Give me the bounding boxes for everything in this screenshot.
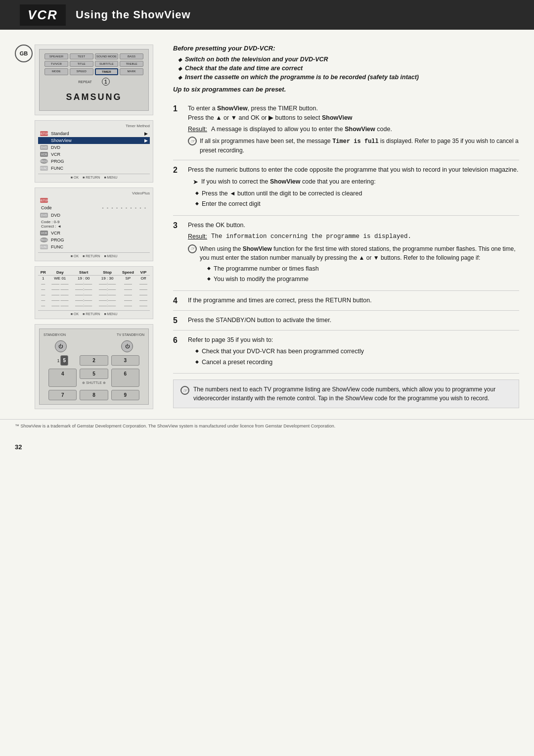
menu2-func-icon: FUNC xyxy=(40,244,48,249)
step-3-subbullets: The programme number or times flash You … xyxy=(200,264,519,284)
step-2-arrow: ➤ If you wish to correct the ShowView co… xyxy=(193,177,519,187)
timer-row-3: — —— —— ——:—— ——:—— —— —— xyxy=(38,286,150,292)
showview-spacer xyxy=(40,138,48,143)
step-5-content: Press the STANDBY/ON button to activate … xyxy=(188,316,519,325)
step-2-subbullets: Press the ◄ button until the digit to be… xyxy=(188,189,519,209)
bottom-footnote: ™ ShowView is a trademark of Gemstar Dev… xyxy=(0,419,534,428)
standby-right: TV STANDBY/ON xyxy=(117,333,144,336)
num-15-area: 1 5 xyxy=(48,355,77,366)
timer-col-pr: PR xyxy=(38,270,48,276)
num-btn-6[interactable]: 6 xyxy=(111,369,139,387)
before-presetting-label: Before presetting your DVD-VCR: xyxy=(173,45,519,52)
vcr-icon: VCR xyxy=(40,152,48,157)
step-3-note: ☞ When using the ShowView function for t… xyxy=(188,244,519,286)
header-bar: VCR Using the ShowView xyxy=(0,0,534,30)
menu2-row-setup: SETUP xyxy=(38,197,150,204)
num-grid: 1 5 2 3 4 5 ⊕ SHUTTLE ⊕ 6 7 8 9 xyxy=(44,355,144,400)
prereq-item-1: Switch on both the television and your D… xyxy=(178,56,519,63)
num-btn-4[interactable]: 4 xyxy=(48,369,77,387)
menu1-row-dvd: DVD DVD xyxy=(38,144,150,151)
dvd-icon: DVD xyxy=(40,145,48,150)
menu2-row-dvd: DVD DVD xyxy=(38,212,150,219)
func-icon: FUNC xyxy=(40,166,48,171)
menu2-setup-icon: SETUP xyxy=(40,198,48,203)
num-btn-2[interactable]: 2 xyxy=(80,355,108,366)
prog-icon: PROG xyxy=(40,159,48,164)
step-1-note: ☞ If all six programmes have been set, t… xyxy=(188,137,519,155)
timer-menu: ■ MENU xyxy=(104,312,117,316)
step-3-result: Result: The information concerning the p… xyxy=(188,232,519,241)
code-dashes: - - - - - - - - - - xyxy=(102,205,147,210)
timer-row-2: — —— —— ——:—— ——:—— —— —— xyxy=(38,281,150,286)
vcr-label: VCR xyxy=(20,4,66,26)
num-btn-7[interactable]: 7 xyxy=(48,390,77,400)
menu1-return: ■ RETURN xyxy=(83,176,100,179)
step-4-number: 4 xyxy=(173,296,183,305)
note-icon-1: ☞ xyxy=(188,137,197,145)
prerequisites-list: Switch on both the television and your D… xyxy=(173,56,519,81)
timer-row-1: 1 WE 01 19 : 00 19 : 30 SP Off xyxy=(38,276,150,282)
step-5-number: 5 xyxy=(173,316,183,325)
remote-btn-speed: SPEED xyxy=(70,68,93,75)
gb-badge: GB xyxy=(15,45,33,62)
footnote-text: The numbers next to each TV programme li… xyxy=(193,385,512,403)
step-3-sub-2: You wish to modify the programme xyxy=(207,275,519,284)
remote-bottom: STANDBY/ON TV STANDBY/ON ⏻ ⏻ xyxy=(35,324,153,409)
menu2-prog-icon: PROG xyxy=(40,237,48,242)
remote-btn-timer: TIMER xyxy=(95,68,119,75)
menu2-row-vcr: VCR VCR xyxy=(38,230,150,236)
remote-btn-title: TITLE xyxy=(70,61,93,67)
menu1-footer: ■ OK ■ RETURN ■ MENU xyxy=(38,174,150,179)
code-range-row: Code : 0-9 Correct : ◄ xyxy=(38,219,150,230)
menu2-row-prog: PROG PROG xyxy=(38,236,150,243)
footnote-note-icon: ☞ xyxy=(180,386,189,395)
remote-btn-bass: BASS xyxy=(120,53,143,59)
num-btn-5-main[interactable]: 5 xyxy=(60,355,68,366)
code-label: Code xyxy=(41,205,52,210)
menu1-row-showview: ShowView ▶ xyxy=(38,137,150,144)
timer-row-6: — —— —— ——:—— ——:—— —— —— xyxy=(38,303,150,308)
tm-footnote-text: ™ ShowView is a trademark of Gemstar Dev… xyxy=(15,424,519,428)
menu1-ok: ■ OK xyxy=(71,176,79,179)
timer-footer: ■ OK ■ RETURN ■ MENU xyxy=(38,310,150,316)
menu2-return: ■ RETURN xyxy=(83,254,100,258)
remote-repeat-label: REPEAT xyxy=(78,80,92,84)
step-6-sub-1: Check that your DVD-VCR has been program… xyxy=(195,347,519,356)
up-to-six-label: Up to six programmes can be preset. xyxy=(173,86,519,93)
step-3-content: Press the OK button. Result: The informa… xyxy=(188,221,519,285)
timer-col-start: Start xyxy=(72,270,95,276)
page-number: 32 xyxy=(0,443,534,451)
step-6-sub-2: Cancel a preset recording xyxy=(195,358,519,367)
standby-btn-left[interactable]: ⏻ xyxy=(55,340,67,352)
standby-row: STANDBY/ON TV STANDBY/ON xyxy=(44,333,144,336)
menu2-menu: ■ MENU xyxy=(104,254,117,258)
num-btn-8[interactable]: 8 xyxy=(80,390,108,400)
menu2-ok: ■ OK xyxy=(71,254,79,258)
left-column: SPEAKER TEST SOUND MODE BASS TV/VCR TITL… xyxy=(15,45,153,409)
step-2-sub-1: Press the ◄ button until the digit to be… xyxy=(195,189,519,198)
menu1-row-prog: PROG PROG xyxy=(38,158,150,165)
videoplus-label: VideoPlus xyxy=(38,191,150,195)
remote-btn-soundmode: SOUND MODE xyxy=(95,53,119,59)
setup-icon: SETUP xyxy=(40,131,48,136)
right-column: Before presetting your DVD-VCR: Switch o… xyxy=(168,45,519,409)
shuttle-label: ⊕ SHUTTLE ⊕ xyxy=(80,381,108,385)
step-6: 6 Refer to page 35 if you wish to: Check… xyxy=(173,331,519,374)
standby-btn-right[interactable]: ⏻ xyxy=(121,340,133,352)
page-title: Using the ShowView xyxy=(76,8,191,21)
menu2-row-func: FUNC FUNC xyxy=(38,243,150,250)
num-btn-5[interactable]: 5 xyxy=(80,369,108,379)
step-1-result: Result: A message is displayed to allow … xyxy=(188,125,519,134)
step-2: 2 Press the numeric buttons to enter the… xyxy=(173,160,519,216)
step-2-content: Press the numeric buttons to enter the c… xyxy=(188,165,519,210)
remote-btn-speaker: SPEAKER xyxy=(44,53,68,59)
step-6-subbullets: Check that your DVD-VCR has been program… xyxy=(188,347,519,367)
remote-btn-tvvcr: TV/VCR xyxy=(44,61,68,67)
remote-diagram: SPEAKER TEST SOUND MODE BASS TV/VCR TITL… xyxy=(35,45,153,115)
menu2-dvd-icon: DVD xyxy=(40,213,48,218)
num-btn-3[interactable]: 3 xyxy=(111,355,139,366)
menu1-row-vcr: VCR VCR xyxy=(38,151,150,158)
samsung-logo: SAMSUNG xyxy=(44,88,143,106)
menu-screen-1: Timer Method SETUP Standard ▶ ShowView ▶… xyxy=(35,120,153,183)
num-btn-9[interactable]: 9 xyxy=(111,390,139,400)
